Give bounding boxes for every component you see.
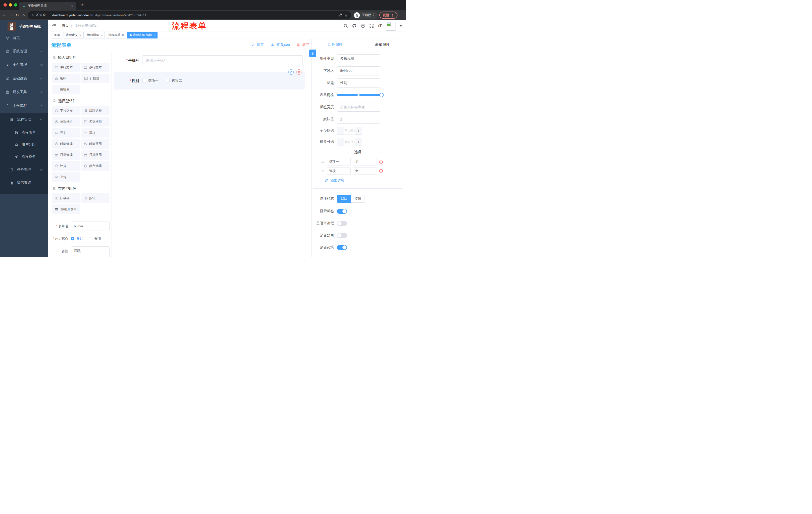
password-key-icon[interactable]: [338, 13, 342, 17]
field-name-input[interactable]: [337, 66, 380, 76]
back-icon[interactable]: ←: [2, 13, 7, 17]
reload-icon[interactable]: ↻: [15, 13, 19, 18]
browser-update-button[interactable]: 更新 ⋮: [379, 11, 398, 19]
tag-home[interactable]: 首页: [52, 32, 62, 38]
tab-form-props[interactable]: 表单属性: [359, 39, 406, 50]
option-value-input[interactable]: [353, 158, 377, 165]
tag-process-model[interactable]: 流程模型×: [85, 32, 105, 38]
required-toggle[interactable]: [337, 245, 347, 250]
tag-process-form[interactable]: 流程表单×: [106, 32, 126, 38]
help-question-icon[interactable]: [361, 24, 365, 28]
border-toggle[interactable]: [337, 221, 347, 226]
sidebar-item-payment[interactable]: ¥ 支付管理: [0, 59, 48, 71]
tag-close-icon[interactable]: ×: [122, 33, 124, 37]
home-icon[interactable]: ⌂: [21, 13, 26, 17]
component-slider[interactable]: 滑块: [81, 128, 110, 138]
style-default-button[interactable]: 默认: [337, 195, 351, 203]
search-icon[interactable]: [343, 24, 348, 28]
security-label[interactable]: 不安全: [36, 13, 46, 17]
sidebar-item-infra[interactable]: 基础设施: [0, 72, 48, 85]
sidebar-item-devtools[interactable]: 研发工具: [0, 86, 48, 98]
status-on-label[interactable]: 开启: [76, 236, 83, 241]
breadcrumb-home[interactable]: 首页: [62, 23, 69, 28]
form-grid-slider[interactable]: [337, 90, 382, 100]
component-date-range[interactable]: 日期范围: [81, 150, 110, 160]
tag-close-icon[interactable]: ×: [79, 33, 81, 37]
browser-menu-dots-icon[interactable]: ⋮: [391, 13, 394, 17]
show-label-toggle[interactable]: [337, 209, 347, 214]
tab-close-icon[interactable]: ×: [71, 4, 74, 8]
sidebar-item-system[interactable]: 系统管理: [0, 45, 48, 58]
sidebar-item-user-group[interactable]: 用户分组: [0, 138, 48, 151]
component-single-line-text[interactable]: 单行文本: [52, 63, 80, 72]
slider-handle[interactable]: [379, 93, 384, 97]
option-value-input[interactable]: [353, 167, 377, 175]
selected-component-gender[interactable]: *性别 选项一 选项二: [114, 72, 305, 89]
forward-icon[interactable]: →: [9, 13, 13, 17]
sidebar-item-home[interactable]: 首页: [0, 32, 48, 44]
component-row-container[interactable]: 行容器: [52, 193, 80, 203]
remove-option-button[interactable]: [379, 160, 383, 164]
address-bar[interactable]: ⚠ 不安全 dashboard.yudao.iocoder.cn/bpm/man…: [28, 11, 351, 19]
component-type-select[interactable]: 多选框组: [337, 54, 380, 63]
new-tab-button[interactable]: +: [81, 2, 84, 7]
component-color-picker[interactable]: 颜色选择: [81, 161, 110, 171]
checkbox[interactable]: [166, 79, 170, 82]
font-size-icon[interactable]: TT: [378, 24, 382, 28]
component-counter[interactable]: 123计数器: [81, 74, 110, 83]
min-select-input[interactable]: [344, 127, 355, 135]
delete-component-button[interactable]: [296, 70, 301, 75]
slider-track[interactable]: [337, 94, 382, 96]
sidebar-item-workflow[interactable]: 工作流程: [0, 100, 48, 112]
update-label[interactable]: 更新: [383, 13, 389, 17]
avatar[interactable]: [386, 21, 396, 31]
component-editor[interactable]: 编辑器: [52, 85, 80, 94]
status-off-radio[interactable]: [89, 237, 92, 240]
tab-component-props[interactable]: 组件属性: [312, 39, 359, 50]
component-table-dev[interactable]: 表格[开发中]: [52, 205, 80, 214]
component-multi-line-text[interactable]: 多行文本: [81, 63, 110, 72]
component-button[interactable]: 按钮: [81, 193, 110, 203]
tag-close-icon[interactable]: ×: [153, 33, 155, 37]
status-on-radio[interactable]: [71, 237, 75, 240]
drag-handle-icon[interactable]: [321, 160, 325, 164]
gender-option-2[interactable]: 选项二: [166, 78, 182, 83]
component-upload[interactable]: 上传: [52, 172, 80, 182]
caret-down-icon[interactable]: [400, 25, 402, 27]
component-time-range[interactable]: 时间范围: [81, 139, 110, 148]
default-value-input[interactable]: [337, 115, 380, 124]
tag-close-icon[interactable]: ×: [101, 33, 103, 37]
form-remark-textarea[interactable]: 嘿嘿: [71, 246, 110, 257]
component-password[interactable]: 密码: [52, 74, 80, 83]
sidebar-collapse-icon[interactable]: [52, 23, 56, 28]
github-icon[interactable]: [352, 23, 357, 28]
duplicate-component-button[interactable]: [288, 70, 294, 75]
minus-icon[interactable]: −: [337, 138, 344, 145]
sidebar-item-process-mgmt[interactable]: 流程管理: [0, 113, 48, 126]
tag-process-form-edit[interactable]: 流程表单-编辑×: [127, 32, 158, 38]
form-canvas[interactable]: *手机号 *性别 选项一 选项二: [112, 51, 312, 257]
minimize-window-button[interactable]: [9, 3, 12, 6]
component-rate[interactable]: 评分: [52, 161, 80, 171]
window-controls[interactable]: [3, 3, 17, 6]
component-checkbox-group[interactable]: 多选框组: [81, 117, 110, 127]
component-select[interactable]: 下拉选择: [52, 106, 80, 115]
sidebar-item-process-form[interactable]: 流程表单: [0, 126, 48, 139]
fullscreen-icon[interactable]: [369, 24, 374, 28]
component-time-picker[interactable]: 时间选择: [52, 139, 80, 148]
status-off-label[interactable]: 关闭: [94, 236, 101, 241]
add-option-button[interactable]: 添加选项: [325, 178, 402, 183]
option-label-input[interactable]: [327, 158, 351, 165]
maximize-window-button[interactable]: [14, 3, 17, 6]
minus-icon[interactable]: −: [337, 127, 344, 135]
component-radio-group[interactable]: 单选框组: [52, 117, 80, 127]
disabled-toggle[interactable]: [337, 233, 347, 238]
tag-process-definition[interactable]: 流程定义×: [63, 32, 84, 38]
view-json-button[interactable]: 查看json: [270, 43, 290, 47]
browser-tab[interactable]: 芋道管理系统 ×: [19, 2, 76, 10]
link-badge[interactable]: [309, 50, 316, 57]
gender-option-1[interactable]: 选项一: [142, 78, 158, 83]
checkbox[interactable]: [142, 79, 146, 82]
title-input[interactable]: [337, 78, 380, 87]
sidebar-item-task-mgmt[interactable]: 任务管理: [0, 163, 48, 176]
